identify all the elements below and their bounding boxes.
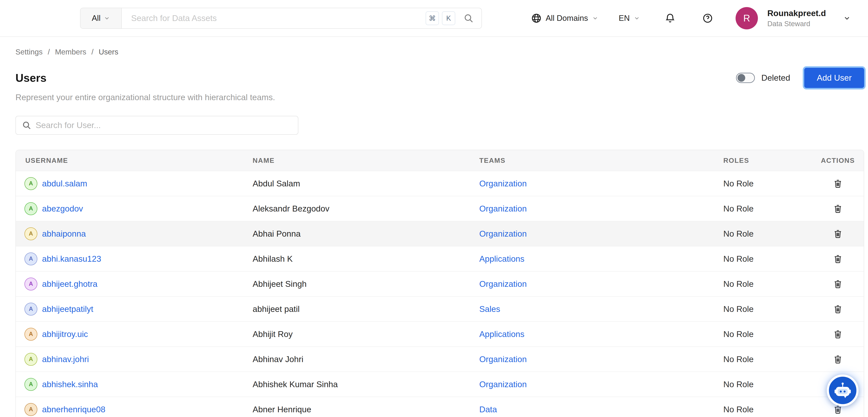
column-header-roles: ROLES [723, 157, 812, 164]
username-link[interactable]: abnerhenrique08 [42, 405, 105, 414]
role-cell: No Role [723, 380, 812, 389]
table-row[interactable]: A abhinav.johri Abhinav Johri Organizati… [16, 346, 864, 372]
delete-user-button[interactable] [833, 354, 843, 364]
top-bar: All Search for Data Assets ⌘ K All Domai… [0, 0, 868, 37]
team-link[interactable]: Data [479, 405, 723, 414]
bell-icon [665, 13, 676, 24]
user-search-input[interactable]: Search for User... [16, 116, 298, 135]
delete-user-button[interactable] [833, 304, 843, 314]
page-content: Settings / Members / Users Users Deleted… [0, 47, 868, 417]
profile-menu[interactable]: R Rounakpreet.d Data Steward [736, 7, 851, 29]
trash-icon [833, 304, 843, 314]
language-dropdown[interactable]: EN [619, 14, 640, 23]
table-row[interactable]: A abhishek.sinha Abhishek Kumar Sinha Or… [16, 372, 864, 397]
search-icon [22, 121, 31, 130]
name-cell: Abhishek Kumar Sinha [253, 380, 479, 389]
team-link[interactable]: Organization [479, 355, 723, 364]
avatar: R [736, 7, 758, 29]
add-user-button[interactable]: Add User [804, 68, 864, 88]
username-link[interactable]: abhi.kanasu123 [42, 254, 101, 264]
global-search-bar[interactable]: All Search for Data Assets ⌘ K [80, 8, 482, 29]
name-cell: Abdul Salam [253, 179, 479, 188]
delete-user-button[interactable] [833, 254, 843, 264]
trash-icon [833, 354, 843, 364]
breadcrumb-users[interactable]: Users [99, 47, 118, 56]
domains-dropdown[interactable]: All Domains [531, 13, 598, 24]
delete-user-button[interactable] [833, 203, 843, 214]
trash-icon [833, 329, 843, 339]
name-cell: Abhijit Roy [253, 329, 479, 339]
username-link[interactable]: abdul.salam [42, 179, 87, 188]
team-link[interactable]: Organization [479, 179, 723, 188]
team-link[interactable]: Organization [479, 279, 723, 289]
name-cell: Abhijeet Singh [253, 279, 479, 289]
table-body: A abdul.salam Abdul Salam Organization N… [16, 171, 864, 417]
table-row[interactable]: A abhi.kanasu123 Abhilash K Applications… [16, 246, 864, 271]
username-cell: A abdul.salam [16, 177, 253, 190]
username-cell: A abhi.kanasu123 [16, 253, 253, 265]
table-row[interactable]: A abhaiponna Abhai Ponna Organization No… [16, 221, 864, 246]
robot-icon [833, 381, 852, 400]
delete-user-button[interactable] [833, 179, 843, 189]
search-icon[interactable] [463, 13, 474, 23]
team-link[interactable]: Organization [479, 229, 723, 238]
username-link[interactable]: abhinav.johri [42, 355, 89, 364]
user-avatar: A [25, 278, 37, 290]
chevron-down-icon [592, 15, 598, 22]
username-cell: A abhijeetpatilyt [16, 303, 253, 316]
username-cell: A abezgodov [16, 202, 253, 215]
deleted-toggle-label: Deleted [761, 73, 790, 83]
username-link[interactable]: abhijeetpatilyt [42, 304, 93, 314]
search-scope-dropdown[interactable]: All [81, 8, 122, 28]
table-row[interactable]: A abdul.salam Abdul Salam Organization N… [16, 171, 864, 196]
notifications-button[interactable] [665, 13, 676, 24]
team-link[interactable]: Applications [479, 329, 723, 339]
role-cell: No Role [723, 279, 812, 289]
team-link[interactable]: Sales [479, 304, 723, 314]
chevron-down-icon [104, 15, 110, 22]
username-cell: A abnerhenrique08 [16, 403, 253, 416]
toggle-knob [738, 74, 745, 82]
name-cell: Aleksandr Bezgodov [253, 204, 479, 214]
column-header-actions: ACTIONS [812, 157, 864, 164]
role-cell: No Role [723, 329, 812, 339]
table-row[interactable]: A abhijitroy.uic Abhijit Roy Application… [16, 321, 864, 346]
page-subtitle: Represent your entire organizational str… [16, 93, 864, 102]
breadcrumb-separator: / [91, 47, 94, 56]
team-link[interactable]: Applications [479, 254, 723, 264]
team-link[interactable]: Organization [479, 204, 723, 214]
column-header-name: NAME [253, 157, 479, 164]
user-avatar: A [25, 227, 37, 240]
table-header: USERNAME NAME TEAMS ROLES ACTIONS [16, 150, 864, 171]
assistant-chatbot-button[interactable] [827, 375, 859, 406]
username-link[interactable]: abezgodov [42, 204, 83, 214]
name-cell: abhijeet patil [253, 304, 479, 314]
username-link[interactable]: abhishek.sinha [42, 380, 98, 389]
table-row[interactable]: A abhijeet.ghotra Abhijeet Singh Organiz… [16, 271, 864, 296]
cmd-keycap: ⌘ [426, 11, 439, 25]
delete-user-button[interactable] [833, 279, 843, 289]
top-bar-right: All Domains EN R Rounakpreet.d Dat [531, 7, 851, 29]
table-row[interactable]: A abezgodov Aleksandr Bezgodov Organizat… [16, 196, 864, 221]
role-cell: No Role [723, 405, 812, 414]
delete-user-button[interactable] [833, 329, 843, 339]
help-button[interactable] [702, 13, 713, 24]
name-cell: Abhinav Johri [253, 355, 479, 364]
username-link[interactable]: abhijitroy.uic [42, 329, 88, 339]
profile-role: Data Steward [767, 20, 826, 28]
trash-icon [833, 229, 843, 239]
breadcrumb-settings[interactable]: Settings [16, 47, 42, 56]
help-icon [702, 13, 713, 24]
role-cell: No Role [723, 229, 812, 238]
username-link[interactable]: abhijeet.ghotra [42, 279, 97, 289]
header-controls: Deleted Add User [736, 68, 864, 88]
global-search-placeholder: Search for Data Assets [131, 13, 426, 23]
team-link[interactable]: Organization [479, 380, 723, 389]
table-row[interactable]: A abnerhenrique08 Abner Henrique Data No… [16, 397, 864, 417]
deleted-toggle[interactable] [736, 73, 755, 83]
breadcrumb-members[interactable]: Members [55, 47, 86, 56]
user-avatar: A [25, 328, 37, 341]
username-link[interactable]: abhaiponna [42, 229, 86, 238]
table-row[interactable]: A abhijeetpatilyt abhijeet patil Sales N… [16, 296, 864, 321]
delete-user-button[interactable] [833, 229, 843, 239]
